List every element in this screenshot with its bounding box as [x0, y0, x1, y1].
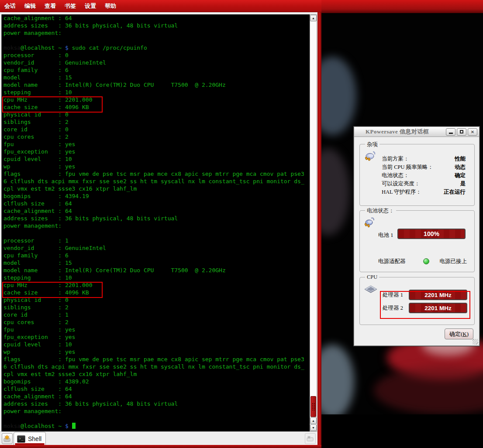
minimize-icon: [449, 133, 453, 134]
info-value: 正在运行: [444, 188, 466, 196]
terminal-line: core id : 0: [2, 126, 310, 133]
tab-bar: ›_ Shell: [0, 431, 317, 445]
battery-group-title: 电池状态：: [365, 207, 396, 215]
wallpaper-detail: [321, 345, 354, 419]
terminal-line: 6 clflush dts acpi mmx fxsr sse sse2 ss …: [2, 178, 310, 185]
ok-button[interactable]: 确定(K): [445, 328, 473, 339]
ac-adapter-status: 电源已接上: [440, 258, 467, 265]
terminal-line: cpu family : 6: [2, 66, 310, 74]
wallpaper-detail: [374, 366, 483, 414]
cpu-group-title: CPU: [365, 274, 379, 280]
terminal-line: cpl vmx est tm2 ssse3 cx16 xtpr lahf_lm: [2, 370, 310, 378]
terminal-line: address sizes : 36 bits physical, 48 bit…: [2, 400, 310, 407]
terminal-output[interactable]: cache_alignment : 64address sizes : 36 b…: [1, 14, 310, 431]
terminal-line: processor : 0: [2, 51, 310, 59]
close-session-button[interactable]: [305, 433, 316, 444]
scroll-up-icon[interactable]: ▲: [310, 417, 317, 424]
terminal-line: siblings : 2: [2, 304, 310, 311]
terminal-line: cpu family : 6: [2, 252, 310, 259]
tab-shell[interactable]: ›_ Shell: [14, 432, 46, 445]
menu-session[interactable]: 会话: [4, 2, 16, 10]
battery-1-label: 电池 1: [378, 232, 393, 239]
misc-info-rows: 当前方案：性能 当前 CPU 频率策略：动态 电池状态：确定 可以设定亮度：是 …: [382, 155, 466, 196]
close-button[interactable]: ✕: [468, 128, 477, 136]
terminal-line: core id : 1: [2, 311, 310, 318]
terminal-line: wp : yes: [2, 163, 310, 170]
cpu-chip-icon: [364, 285, 377, 296]
terminal-scrollbar[interactable]: ▲ ▲ ▼: [310, 14, 317, 431]
terminal-line: moksa@localhost ~ $: [2, 422, 310, 430]
terminal-line: power management:: [2, 407, 310, 415]
terminal-line: 6 clflush dts acpi mmx fxsr sse sse2 ss …: [2, 363, 310, 370]
new-session-button[interactable]: [2, 433, 13, 444]
terminal-line: vendor_id : GenuineIntel: [2, 59, 310, 66]
terminal-line: flags : fpu vme de pse tsc msr pae mce c…: [2, 170, 310, 178]
terminal-line: moksa@localhost ~ $ sudo cat /proc/cpuin…: [2, 44, 310, 51]
info-value: 动态: [455, 164, 466, 171]
desktop-background: KPowersave 信息对话框 ✕ 杂项: [321, 0, 483, 448]
power-scheme-icon: [364, 150, 376, 163]
terminal-line: power management:: [2, 222, 310, 229]
power-plug-icon: [364, 217, 376, 230]
terminal-line: [2, 415, 310, 422]
menu-bookmarks[interactable]: 书签: [65, 2, 76, 10]
terminal-line: cpu cores : 2: [2, 318, 310, 326]
terminal-line: fpu_exception : yes: [2, 148, 310, 155]
battery-progress-bar: 100%: [397, 229, 466, 239]
konsole-window: 会话 编辑 查看 书签 设置 帮助 cache_alignment : 64ad…: [0, 0, 321, 448]
terminal-line: cpuid level : 10: [2, 155, 310, 163]
terminal-line: fpu_exception : yes: [2, 333, 310, 341]
terminal-line: cache_alignment : 64: [2, 393, 310, 400]
dialog-titlebar[interactable]: KPowersave 信息对话框 ✕: [354, 127, 479, 137]
terminal-line: cpl vmx est tm2 ssse3 cx16 xtpr lahf_lm: [2, 185, 310, 192]
menu-bar: 会话 编辑 查看 书签 设置 帮助: [0, 0, 321, 12]
annotation-box: [380, 291, 470, 319]
menu-view[interactable]: 查看: [45, 2, 56, 10]
terminal-line: model name : Intel(R) Core(TM)2 Duo CPU …: [2, 267, 310, 274]
info-label: 当前 CPU 频率策略：: [382, 164, 433, 171]
maximize-button[interactable]: [457, 128, 466, 136]
terminal-line: vendor_id : GenuineIntel: [2, 244, 310, 252]
terminal-line: clflush size : 64: [2, 385, 310, 393]
terminal-line: model : 15: [2, 74, 310, 81]
info-value: 性能: [455, 155, 466, 163]
annotation-box: [2, 96, 103, 113]
info-label: 当前方案：: [382, 155, 409, 163]
terminal-line: address sizes : 36 bits physical, 48 bit…: [2, 215, 310, 222]
menu-settings[interactable]: 设置: [85, 2, 96, 10]
wallpaper-detail: [321, 414, 483, 448]
terminal-line: cpuid level : 10: [2, 341, 310, 348]
terminal-line: [2, 37, 310, 44]
scrollbar-thumb[interactable]: [310, 396, 316, 417]
info-label: 可以设定亮度：: [382, 180, 420, 188]
ac-adapter-label: 电源适配器: [378, 258, 406, 265]
terminal-line: model : 15: [2, 259, 310, 267]
scroll-up-icon[interactable]: ▲: [310, 15, 317, 21]
terminal-line: model name : Intel(R) Core(TM)2 Duo CPU …: [2, 81, 310, 89]
ok-button-label: ): [467, 331, 469, 338]
screen: 会话 编辑 查看 书签 设置 帮助 cache_alignment : 64ad…: [0, 0, 483, 448]
tab-shell-label: Shell: [28, 435, 41, 442]
wallpaper-detail: [321, 148, 350, 236]
battery-percent: 100%: [424, 230, 439, 237]
info-value: 是: [460, 180, 466, 188]
close-session-icon: [306, 435, 314, 442]
menu-edit[interactable]: 编辑: [24, 2, 36, 10]
terminal-line: [2, 229, 310, 237]
info-label: 电池状态：: [382, 172, 409, 179]
new-session-icon: [3, 434, 11, 443]
scroll-down-icon[interactable]: ▼: [310, 424, 317, 431]
ok-button-accel: K: [462, 331, 466, 338]
ac-adapter-row: 电源适配器 电源已接上: [378, 257, 468, 266]
resize-grip-icon[interactable]: [473, 339, 478, 345]
terminal-line: stepping : 10: [2, 274, 310, 281]
battery-group: 电池状态： 电池 1 100% 电源适配器: [359, 210, 475, 272]
terminal-line: wp : yes: [2, 348, 310, 356]
scrollbar-grip-dots: [312, 403, 316, 410]
minimize-button[interactable]: [446, 128, 455, 136]
dialog-title: KPowersave 信息对话框: [366, 128, 445, 136]
ok-button-label: 确定(: [449, 330, 462, 338]
ac-connected-led-icon: [423, 258, 429, 264]
menu-help[interactable]: 帮助: [105, 2, 116, 10]
terminal-line: cache_alignment : 64: [2, 14, 310, 22]
